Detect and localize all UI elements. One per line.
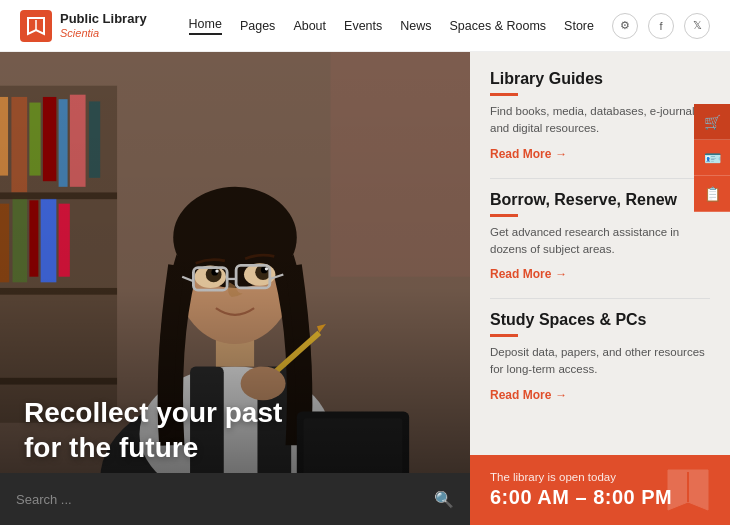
read-more-1[interactable]: Read More (490, 147, 567, 161)
divider-1 (490, 178, 710, 179)
hero-search-bar: 🔍 (0, 473, 470, 525)
info-panel: Library Guides Find books, media, databa… (470, 52, 730, 525)
side-actions: 🛒 🪪 📋 (694, 104, 730, 212)
section-3-desc: Deposit data, papers, and other resource… (490, 344, 710, 379)
section-borrow: Borrow, Reserve, Renew Get advanced rese… (490, 191, 710, 283)
hero-headline: Recollect your past for the future (24, 395, 446, 465)
nav-home[interactable]: Home (189, 17, 222, 35)
id-card-button[interactable]: 🪪 (694, 140, 730, 176)
accent-line-1 (490, 93, 518, 96)
nav-events[interactable]: Events (344, 19, 382, 33)
hero-section: Recollect your past for the future 🔍 (0, 52, 470, 525)
search-input[interactable] (16, 492, 434, 507)
read-more-3[interactable]: Read More (490, 388, 567, 402)
section-1-title: Library Guides (490, 70, 710, 88)
nav-pages[interactable]: Pages (240, 19, 275, 33)
settings-icon[interactable]: ⚙ (612, 13, 638, 39)
logo-sub: Scientia (60, 27, 147, 40)
open-hours-text: The library is open today 6:00 AM – 8:00… (490, 471, 672, 509)
hero-caption: Recollect your past for the future (24, 395, 446, 465)
search-icon[interactable]: 🔍 (434, 490, 454, 509)
section-3-title: Study Spaces & PCs (490, 311, 710, 329)
cart-button[interactable]: 🛒 (694, 104, 730, 140)
twitter-icon[interactable]: 𝕏 (684, 13, 710, 39)
read-more-2[interactable]: Read More (490, 267, 567, 281)
divider-2 (490, 298, 710, 299)
open-hours: 6:00 AM – 8:00 PM (490, 486, 672, 509)
nav-store[interactable]: Store (564, 19, 594, 33)
nav-news[interactable]: News (400, 19, 431, 33)
section-library-guides: Library Guides Find books, media, databa… (490, 70, 710, 162)
logo-icon (20, 10, 52, 42)
section-1-desc: Find books, media, databases, e-journals… (490, 103, 710, 138)
clipboard-button[interactable]: 📋 (694, 176, 730, 212)
facebook-icon[interactable]: f (648, 13, 674, 39)
nav-about[interactable]: About (293, 19, 326, 33)
section-study-spaces: Study Spaces & PCs Deposit data, papers,… (490, 311, 710, 403)
accent-line-2 (490, 214, 518, 217)
main-nav: Home Pages About Events News Spaces & Ro… (189, 17, 594, 35)
section-2-title: Borrow, Reserve, Renew (490, 191, 710, 209)
header: Public Library Scientia Home Pages About… (0, 0, 730, 52)
header-icons: ⚙ f 𝕏 (612, 13, 710, 39)
open-hours-bar: The library is open today 6:00 AM – 8:00… (470, 455, 730, 525)
nav-spaces[interactable]: Spaces & Rooms (450, 19, 547, 33)
logo-name: Public Library (60, 11, 147, 27)
open-label: The library is open today (490, 471, 672, 483)
book-watermark-icon (658, 460, 718, 520)
logo-text: Public Library Scientia (60, 11, 147, 40)
logo-area: Public Library Scientia (20, 10, 147, 42)
main-content: Recollect your past for the future 🔍 Lib… (0, 52, 730, 525)
section-2-desc: Get advanced research assistance in doze… (490, 224, 710, 259)
accent-line-3 (490, 334, 518, 337)
info-sections: Library Guides Find books, media, databa… (470, 52, 730, 455)
